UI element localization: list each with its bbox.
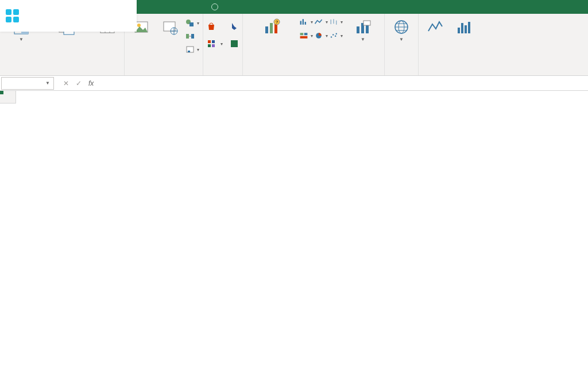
stock-chart-button[interactable]: ▾ [329,16,343,28]
formula-bar: ▼ ✕ ✓ fx [0,76,588,91]
column-chart-button[interactable]: ▾ [299,16,313,28]
group-label-sparklines [422,73,477,74]
group-tours: ▼ [385,14,419,75]
svg-rect-43 [300,36,308,39]
svg-rect-26 [212,40,215,43]
people-graph-button[interactable] [230,38,239,49]
tab-page-layout[interactable] [137,0,150,14]
svg-rect-28 [212,44,215,47]
spark-col-icon [455,18,473,36]
screenshot-button[interactable]: ▾ [185,44,199,55]
name-box[interactable]: ▼ [1,77,54,90]
svg-rect-41 [300,33,304,35]
lightbulb-icon [211,3,218,10]
group-label-tours [388,73,415,74]
smartart-button[interactable] [185,30,199,42]
svg-rect-49 [357,26,359,33]
tell-me-search[interactable] [211,3,222,10]
svg-rect-36 [303,19,304,25]
svg-point-48 [336,33,337,34]
svg-rect-24 [188,51,190,52]
svg-rect-27 [208,44,211,47]
sparkline-column-button[interactable] [451,16,477,37]
enter-fx-icon[interactable]: ✓ [76,79,82,87]
svg-rect-60 [465,25,467,33]
svg-rect-20 [186,34,189,39]
svg-rect-58 [458,28,460,33]
svg-rect-31 [270,23,273,33]
rec-charts-icon: ? [263,18,280,36]
svg-rect-19 [189,22,194,26]
svg-rect-14 [164,22,175,31]
svg-point-46 [332,34,334,35]
brand-logo [0,0,137,32]
group-label-charts [246,73,381,74]
group-addins: ▾ [203,14,243,75]
group-charts: ? ▾ ▾ ▾ ▾ ▾ ▾ ▼ [243,14,385,75]
svg-rect-37 [305,22,306,25]
pivotchart-icon [354,18,372,36]
line-chart-button[interactable]: ▾ [314,16,328,28]
sparkline-line-button[interactable] [422,16,448,37]
group-sparklines [419,14,481,75]
cancel-fx-icon[interactable]: ✕ [63,79,69,87]
tab-formulas[interactable] [150,0,164,14]
spreadsheet-grid[interactable] [0,91,588,368]
svg-text:?: ? [276,20,278,25]
store-button[interactable] [207,21,223,32]
3d-map-button[interactable]: ▼ [388,16,415,42]
svg-point-13 [137,24,141,27]
svg-rect-51 [366,25,369,33]
recommended-charts-button[interactable]: ? [246,16,297,37]
tab-data[interactable] [164,0,178,14]
online-pictures-button[interactable] [157,16,183,37]
svg-rect-35 [300,21,301,24]
formula-input[interactable] [106,77,588,90]
svg-rect-42 [304,33,308,35]
svg-point-47 [335,36,336,37]
svg-rect-61 [468,22,470,33]
svg-rect-52 [363,21,370,25]
globe-icon [393,18,410,36]
svg-rect-29 [231,40,238,47]
online-pictures-icon [161,18,179,36]
chevron-down-icon: ▼ [45,80,50,86]
svg-rect-30 [265,26,268,33]
group-label-illustrations [128,73,199,74]
svg-rect-21 [191,34,194,39]
svg-rect-59 [461,23,463,33]
my-addins-button[interactable]: ▾ [207,38,223,49]
hierarchy-chart-button[interactable]: ▾ [299,30,313,41]
bing-maps-button[interactable] [230,21,239,32]
fx-icon[interactable]: fx [88,79,94,87]
svg-point-45 [331,36,332,37]
shapes-button[interactable]: ▾ [185,17,199,29]
tab-review[interactable] [178,0,192,14]
pivotchart-button[interactable]: ▼ [345,16,381,42]
pie-chart-button[interactable]: ▾ [314,30,328,41]
svg-rect-25 [208,40,211,43]
group-label-addins [207,73,239,74]
tab-view[interactable] [192,0,206,14]
scatter-chart-button[interactable]: ▾ [329,30,343,41]
spark-line-icon [427,18,444,36]
group-label-tables [3,73,121,74]
